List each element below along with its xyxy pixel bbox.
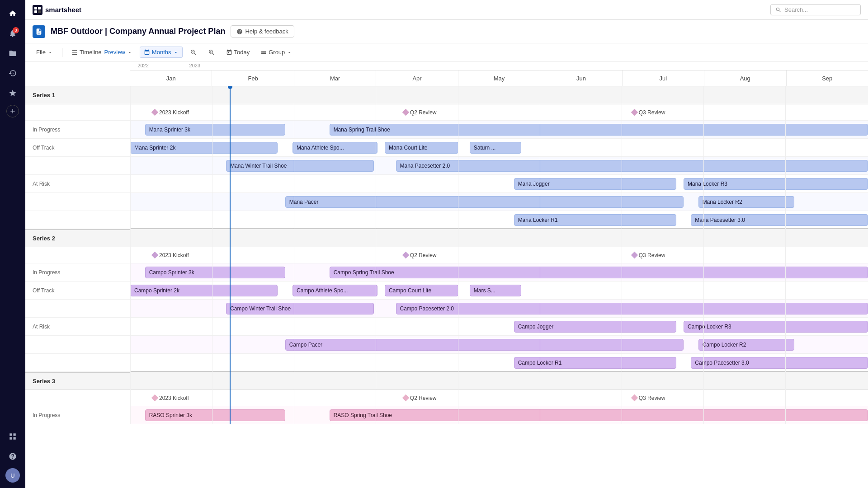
series2-atrisk-row3 — [25, 354, 130, 372]
s2-kickoff-label: 2023 Kickoff — [159, 252, 189, 258]
bar-s2-mars[interactable]: Mars S... — [470, 285, 521, 296]
today-button[interactable]: Today — [222, 47, 254, 57]
series3-kickoff-row — [25, 390, 130, 406]
sidebar-question-icon[interactable] — [5, 448, 21, 465]
bar-s2-springtrail[interactable]: Campo Spring Trail Shoe — [330, 267, 868, 278]
grid-line-jan — [130, 86, 131, 424]
bar-s1-lockerr1[interactable]: Mana Locker R1 — [514, 214, 676, 226]
bar-s2-sprinter3k[interactable]: Campo Sprinter 3k — [145, 267, 285, 278]
bar-s1-sprinter3k[interactable]: Mana Sprinter 3k — [145, 124, 285, 136]
timeline-area: Series 1 In Progress Off Track At Risk S… — [25, 61, 868, 488]
bar-s2-athlete[interactable]: Campo Athlete Spo... — [292, 285, 377, 296]
group-label: Group — [269, 49, 285, 56]
file-label: File — [36, 49, 46, 56]
zoom-in-button[interactable] — [204, 47, 219, 58]
series3-group-row — [130, 372, 868, 390]
grid-line-may — [458, 86, 458, 424]
bar-s2-sprinter2k[interactable]: Campo Sprinter 2k — [130, 285, 278, 296]
notification-count: 3 — [13, 27, 19, 33]
grid-line-jul — [622, 86, 622, 424]
today-label: Today — [234, 49, 250, 56]
sidebar-star-icon[interactable] — [5, 85, 21, 101]
series2-offtrack-row1: Campo Sprinter 2k Campo Athlete Spo... C… — [130, 282, 868, 300]
help-feedback-button[interactable]: Help & feedback — [231, 25, 294, 38]
month-may: May — [458, 70, 540, 86]
sidebar-bell-icon[interactable]: 3 — [5, 25, 21, 42]
today-line — [230, 86, 231, 424]
bar-s2-jogger[interactable]: Campo Jogger — [514, 321, 676, 333]
series2-kickoff-row — [25, 247, 130, 263]
bar-s1-pacesetter30[interactable]: Mana Pacesetter 3.0 — [691, 214, 868, 226]
s3-kickoff-label: 2023 Kickoff — [159, 395, 189, 401]
bar-s1-pacesetter20[interactable]: Mana Pacesetter 2.0 — [396, 160, 868, 172]
group-button[interactable]: Group — [257, 47, 296, 57]
zoom-out-button[interactable] — [186, 47, 201, 58]
project-bar: MBF Outdoor | Company Annual Project Pla… — [25, 20, 868, 43]
month-apr: Apr — [376, 70, 458, 86]
months-label: Months — [152, 49, 171, 56]
grid-line-feb — [212, 86, 212, 424]
bar-s2-wintertrail[interactable]: Campo Winter Trail Shoe — [226, 303, 373, 314]
series2-milestones-row: 2023 Kickoff Q2 Review Q3 Review — [130, 247, 868, 263]
sidebar-home-icon[interactable] — [5, 5, 21, 22]
s1-q2-label: Q2 Review — [410, 109, 437, 116]
bar-s2-lockerr1[interactable]: Campo Locker R1 — [514, 357, 676, 369]
bar-s2-courtlite[interactable]: Campo Court Lite — [385, 285, 458, 296]
s1-q2-milestone: Q2 Review — [403, 109, 437, 116]
s1-kickoff-label: 2023 Kickoff — [159, 109, 189, 116]
timeline-label: Timeline — [80, 49, 102, 56]
series2-atrisk-row2 — [25, 336, 130, 354]
sidebar-folder-icon[interactable] — [5, 45, 21, 61]
search-placeholder: Search... — [784, 6, 808, 13]
bar-s2-pacer[interactable]: Campo Pacer — [285, 339, 684, 351]
sidebar-grid-icon[interactable] — [5, 428, 21, 445]
app-logo: smartsheet — [33, 5, 81, 15]
month-aug: Aug — [704, 70, 786, 86]
series2-offtrack-label: Off Track — [25, 282, 130, 300]
series1-kickoff-row — [25, 104, 130, 121]
bar-s1-springtrail[interactable]: Mana Spring Trail Shoe — [330, 124, 868, 136]
bar-s3-sprinter3k[interactable]: RASO Sprinter 3k — [145, 409, 285, 421]
bar-s2-pacesetter30[interactable]: Campo Pacesetter 3.0 — [691, 357, 868, 369]
sidebar-history-icon[interactable] — [5, 65, 21, 81]
series2-inprogress-row: Campo Sprinter 3k Campo Spring Trail Sho… — [130, 263, 868, 282]
svg-rect-2 — [38, 7, 41, 9]
series2-atrisk-row2: Campo Pacer Campo Locker R2 — [130, 336, 868, 354]
bar-s1-wintertrail[interactable]: Mana Winter Trail Shoe — [226, 160, 373, 172]
bar-s2-lockerr2[interactable]: Campo Locker R2 — [698, 339, 794, 351]
gantt-header: 2022 2023 Jan Feb Mar Apr May Jun Jul Au… — [130, 61, 868, 86]
bar-s3-springtrail[interactable]: RASO Spring Trail Shoe — [330, 409, 868, 421]
series1-offtrack-row2 — [25, 157, 130, 175]
bar-s1-lockerr2[interactable]: Mana Locker R2 — [698, 196, 794, 208]
series2-inprogress-label: In Progress — [25, 263, 130, 282]
months-row: Jan Feb Mar Apr May Jun Jul Aug Sep — [130, 70, 868, 86]
series1-milestones-row: 2023 Kickoff Q2 Review Q3 Review — [130, 104, 868, 121]
grid-line-sep — [785, 86, 786, 424]
user-avatar[interactable]: U — [5, 468, 20, 483]
s2-q3-milestone: Q3 Review — [632, 252, 665, 258]
bar-s1-courtlite[interactable]: Mana Court Lite — [385, 142, 458, 154]
file-button[interactable]: File — [33, 47, 57, 57]
bar-s1-pacer[interactable]: Mana Pacer — [285, 196, 684, 208]
series1-atrisk-row1: Mana Jogger Mana Locker R3 — [130, 175, 868, 193]
bar-s1-saturn[interactable]: Saturn ... — [470, 142, 521, 154]
bar-s2-pacesetter20[interactable]: Campo Pacesetter 2.0 — [396, 303, 868, 314]
bar-s1-sprinter2k[interactable]: Mana Sprinter 2k — [130, 142, 278, 154]
bar-s1-athlete[interactable]: Mana Athlete Spo... — [292, 142, 377, 154]
bar-s2-lockerr3[interactable]: Campo Locker R3 — [684, 321, 868, 333]
series1-inprogress-label: In Progress — [25, 121, 130, 139]
help-feedback-label: Help & feedback — [245, 28, 288, 35]
grid-line-aug — [703, 86, 704, 424]
project-title: MBF Outdoor | Company Annual Project Pla… — [51, 27, 225, 36]
bar-s1-lockerr3[interactable]: Mana Locker R3 — [684, 178, 868, 190]
timeline-preview-button[interactable]: Timeline Preview — [68, 47, 136, 57]
series3-inprogress-label: In Progress — [25, 406, 130, 424]
svg-rect-0 — [33, 5, 42, 15]
bar-s1-jogger[interactable]: Mana Jogger — [514, 178, 676, 190]
s3-q3-milestone: Q3 Review — [632, 395, 665, 401]
months-button[interactable]: Months — [140, 47, 183, 58]
series2-atrisk-label: At Risk — [25, 318, 130, 336]
sidebar-add-icon[interactable] — [6, 105, 19, 117]
search-box[interactable]: Search... — [770, 4, 861, 15]
series2-header: Series 2 — [25, 229, 130, 247]
